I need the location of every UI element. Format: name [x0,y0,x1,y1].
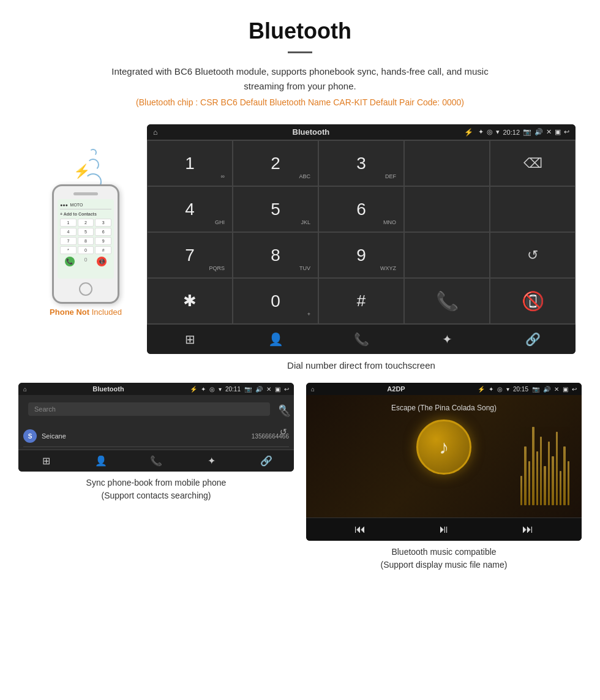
music-cam-icon[interactable]: 📷 [532,386,539,393]
phone-key-star[interactable]: * [60,246,77,254]
pb-home-icon[interactable]: ⌂ [23,386,27,393]
pb-nav-bluetooth[interactable]: ✦ [184,450,239,472]
pb-nav-calls[interactable]: 📞 [129,450,184,472]
volume-icon[interactable]: 🔊 [534,128,543,136]
phone-key-7[interactable]: 7 [60,237,77,245]
pb-call-icon[interactable]: 📞 [280,407,290,417]
music-back-icon[interactable]: ↩ [572,386,577,393]
nav-dialpad[interactable]: ⊞ [147,325,233,354]
pb-refresh-icon[interactable]: ↺ [280,427,290,437]
dial-key-4[interactable]: 4GHI [147,186,233,232]
music-bt-icon: ✦ [489,386,493,393]
dial-key-8[interactable]: 8TUV [233,232,318,278]
music-win-icon[interactable]: ▣ [563,386,568,393]
music-vol-icon[interactable]: 🔊 [543,386,550,393]
phone-key-6[interactable]: 6 [95,228,111,236]
phone-screen: ●●● MOTO + Add to Contacts 1 2 3 4 5 6 7… [58,199,114,279]
contact-item[interactable]: S Seicane 13566664466 [23,426,289,447]
pb-vol-icon[interactable]: 🔊 [255,386,263,393]
phone-screen-title: + Add to Contacts [60,212,111,216]
music-screen-wrap: ⌂ A2DP ⚡ ✦ ◎ ▾ 20:15 📷 🔊 ✕ ▣ ↩ Escape (T… [306,383,582,571]
pb-x-icon[interactable]: ✕ [266,386,271,393]
search-bar[interactable]: Search [28,402,270,416]
phone-key-0[interactable]: 0 [78,246,94,254]
phone-mock: ●●● MOTO + Add to Contacts 1 2 3 4 5 6 7… [52,184,119,304]
dial-key-3[interactable]: 3DEF [318,140,404,186]
status-icons: ✦ ◎ ▾ 20:12 📷 🔊 ✕ ▣ ↩ [478,128,569,136]
dial-empty-2 [404,186,490,232]
car-screen-container: ⌂ Bluetooth ⚡ ✦ ◎ ▾ 20:12 📷 🔊 ✕ ▣ ↩ [147,124,576,354]
dial-key-0[interactable]: 0+ [233,278,318,324]
music-loc-icon: ◎ [497,386,503,393]
pb-nav-contacts[interactable]: 👤 [73,450,129,472]
pb-nav-dialpad[interactable]: ⊞ [18,450,73,472]
bluetooth-status-icon: ✦ [478,128,484,136]
pb-back-icon[interactable]: ↩ [284,386,289,393]
phone-keypad: 1 2 3 4 5 6 7 8 9 * 0 # [60,219,111,254]
phone-key-2[interactable]: 2 [78,219,94,227]
close-icon[interactable]: ✕ [546,128,552,136]
dial-end-button[interactable]: 📵 [490,278,576,324]
dial-caption: Dial number direct from touchscreen [147,360,576,371]
music-home-icon[interactable]: ⌂ [311,386,315,393]
phone-key-5[interactable]: 5 [78,228,94,236]
phone-call-button[interactable]: 📞 [65,257,75,266]
music-screen: ⌂ A2DP ⚡ ✦ ◎ ▾ 20:15 📷 🔊 ✕ ▣ ↩ Escape (T… [306,383,582,541]
home-icon[interactable]: ⌂ [153,128,157,137]
dial-key-star[interactable]: ✱ [147,278,233,324]
music-x-icon[interactable]: ✕ [554,386,559,393]
pb-cam-icon[interactable]: 📷 [244,386,252,393]
phone-key-8[interactable]: 8 [78,237,94,245]
dial-empty-1 [404,140,490,186]
music-play-pause-button[interactable]: ⏯ [438,523,449,536]
music-prev-button[interactable]: ⏮ [354,523,366,536]
pb-sig-icon: ▾ [219,386,222,393]
page-description: Integrated with BC6 Bluetooth module, su… [92,64,508,94]
dial-key-5[interactable]: 5JKL [233,186,318,232]
nav-calls[interactable]: 📞 [318,325,404,354]
back-icon[interactable]: ↩ [564,128,569,136]
phone-key-9[interactable]: 9 [95,237,111,245]
phonebook-screen-wrap: ⌂ Bluetooth ⚡ ✦ ◎ ▾ 20:11 📷 🔊 ✕ ▣ ↩ Sear… [18,383,294,571]
dial-backspace[interactable]: ⌫ [490,140,576,186]
phonebook-caption: Sync phone-book from mobile phone (Suppo… [18,476,294,502]
pb-status-bar: ⌂ Bluetooth ⚡ ✦ ◎ ▾ 20:11 📷 🔊 ✕ ▣ ↩ [18,383,294,395]
eq-bar [536,451,538,505]
page-title: Bluetooth [12,18,588,44]
dial-key-9[interactable]: 9WXYZ [318,232,404,278]
screen-title: Bluetooth [162,127,459,137]
bottom-screens: ⌂ Bluetooth ⚡ ✦ ◎ ▾ 20:11 📷 🔊 ✕ ▣ ↩ Sear… [0,383,600,571]
phone-key-hash[interactable]: # [95,246,111,254]
music-album-art: ♪ [416,420,471,475]
pb-win-icon[interactable]: ▣ [275,386,280,393]
nav-contacts[interactable]: 👤 [233,325,318,354]
window-icon[interactable]: ▣ [555,128,561,136]
dial-refresh[interactable]: ↺ [490,232,576,278]
phone-home-button[interactable] [79,282,92,296]
eq-bar [568,461,569,505]
nav-bluetooth[interactable]: ✦ [404,325,490,354]
dial-key-1[interactable]: 1∞ [147,140,233,186]
phone-key-3[interactable]: 3 [95,219,111,227]
pb-nav-link[interactable]: 🔗 [239,450,294,472]
phone-key-1[interactable]: 1 [60,219,77,227]
pb-usb-icon: ⚡ [190,386,197,393]
music-main: Escape (The Pina Colada Song) ♪ [306,395,582,517]
music-controls: ⏮ ⏯ ⏭ [306,517,582,541]
music-equalizer [520,407,569,505]
dial-key-2[interactable]: 2ABC [233,140,318,186]
phone-key-4[interactable]: 4 [60,228,77,236]
dial-key-7[interactable]: 7PQRS [147,232,233,278]
phone-end-button[interactable]: 📵 [97,257,107,266]
contact-name: Seicane [42,432,66,440]
dial-key-6[interactable]: 6MNO [318,186,404,232]
music-next-button[interactable]: ⏭ [522,523,533,536]
camera-icon[interactable]: 📷 [523,128,531,136]
arc-small [89,149,97,156]
dial-call-button[interactable]: 📞 [404,278,490,324]
eq-bar [560,471,561,505]
dial-key-hash[interactable]: # [318,278,404,324]
phonebook-screen: ⌂ Bluetooth ⚡ ✦ ◎ ▾ 20:11 📷 🔊 ✕ ▣ ↩ Sear… [18,383,294,472]
music-sig-icon: ▾ [506,386,509,393]
nav-link[interactable]: 🔗 [490,325,576,354]
